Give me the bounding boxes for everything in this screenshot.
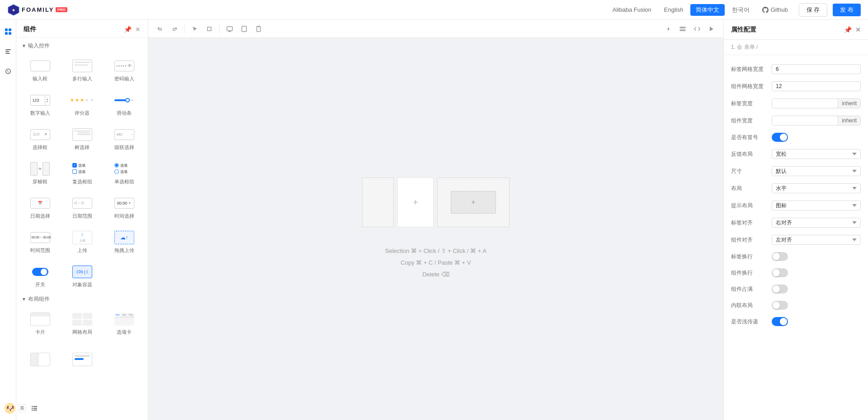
mobile-button[interactable] bbox=[252, 23, 265, 35]
select-button[interactable] bbox=[189, 23, 201, 35]
publish-button[interactable]: 发 布 bbox=[833, 4, 861, 16]
size-select[interactable]: 默认 小 大 bbox=[772, 166, 861, 176]
comp-transfer[interactable]: ⇆ 穿梭框 bbox=[20, 155, 60, 188]
comp-date[interactable]: 📅 日期选择 bbox=[20, 190, 60, 222]
comp-grid-width-input[interactable] bbox=[772, 81, 861, 91]
comp-radio[interactable]: 选项 选项 单选框组 bbox=[104, 155, 144, 188]
comp-cascader[interactable]: ABC › 级联选择 bbox=[104, 121, 144, 154]
nav-korean[interactable]: 한국어 bbox=[726, 4, 755, 16]
mobile-icon bbox=[255, 26, 262, 32]
redo-button[interactable] bbox=[168, 23, 181, 35]
label-grid-width-input[interactable] bbox=[772, 64, 861, 74]
comp-layout-extra2[interactable] bbox=[62, 340, 102, 373]
tip-layout-select[interactable]: 图标 文字 bbox=[772, 201, 861, 210]
comp-tabs[interactable]: Tab Tab Tab 选项卡 bbox=[104, 306, 144, 338]
panel-close-btn[interactable]: ✕ bbox=[135, 26, 141, 33]
inline-layout-toggle[interactable] bbox=[772, 301, 788, 310]
has-colon-track bbox=[772, 133, 788, 142]
components-icon bbox=[5, 28, 12, 35]
props-body: 标签网格宽度 组件网格宽度 标签宽度 inherit bbox=[724, 55, 868, 420]
main-layout: 组件 📌 ✕ ▼ 输入控件 输入框 bbox=[0, 20, 868, 420]
layout-select[interactable]: 水平 垂直 bbox=[772, 183, 861, 193]
comp-object-label: 对象容器 bbox=[72, 282, 92, 288]
section-layout-components[interactable]: ▼ 布局组件 bbox=[16, 291, 148, 306]
prop-label-grid-width-value bbox=[772, 64, 861, 74]
nav-github[interactable]: Github bbox=[757, 5, 793, 15]
label-wrap-toggle[interactable] bbox=[772, 252, 788, 261]
nav-alibaba-fusion[interactable]: Alibaba Fusion bbox=[607, 5, 657, 15]
comp-card[interactable]: 卡片 bbox=[20, 306, 60, 338]
comp-time[interactable]: 00:00 ▼ 时间选择 bbox=[104, 190, 144, 222]
prop-label-grid-width-label: 标签网格宽度 bbox=[731, 65, 772, 73]
comp-tree[interactable]: 树选择 bbox=[62, 121, 102, 154]
preview-settings-button[interactable] bbox=[676, 23, 689, 35]
comp-layout-extra1[interactable] bbox=[20, 340, 60, 373]
comp-password-label: 密码输入 bbox=[114, 76, 134, 82]
label-align-select[interactable]: 右对齐 左对齐 居中 bbox=[772, 218, 861, 228]
comp-width-input[interactable] bbox=[772, 116, 838, 125]
prop-comp-width: 组件宽度 inherit bbox=[724, 112, 868, 129]
nav-english[interactable]: English bbox=[659, 5, 689, 15]
desktop-icon bbox=[226, 26, 233, 32]
panel-pin-btn[interactable]: 📌 bbox=[124, 26, 132, 33]
comp-timerange[interactable]: 00:00 ~ 00:00 时间范围 bbox=[20, 224, 60, 257]
shallow-pass-toggle[interactable] bbox=[772, 317, 788, 326]
label-width-input[interactable] bbox=[772, 99, 838, 108]
divider-shape bbox=[30, 353, 50, 366]
play-button[interactable] bbox=[705, 23, 718, 35]
sidebar-components-btn[interactable] bbox=[2, 25, 14, 38]
grid-cell1 bbox=[72, 313, 82, 319]
has-colon-toggle[interactable] bbox=[772, 133, 788, 142]
comp-wrap-toggle[interactable] bbox=[772, 268, 788, 277]
svg-text:✦: ✦ bbox=[12, 8, 15, 13]
section-input-controls[interactable]: ▼ 输入控件 bbox=[16, 37, 148, 52]
form-cell-add[interactable]: + bbox=[397, 177, 434, 227]
feedback-layout-select[interactable]: 宽松 紧凑 bbox=[772, 149, 861, 159]
save-button[interactable]: 保 存 bbox=[799, 3, 828, 17]
prop-feedback-layout: 反馈布局 宽松 紧凑 bbox=[724, 145, 868, 163]
comp-object[interactable]: {Obj} 对象容器 bbox=[62, 258, 102, 291]
comp-full-toggle[interactable] bbox=[772, 285, 788, 294]
comp-select[interactable]: 选择 ▼ 选择框 bbox=[20, 121, 60, 154]
comp-number[interactable]: 123 ▲ ▼ 数字输入 bbox=[20, 87, 60, 119]
comp-switch[interactable]: 开关 bbox=[20, 258, 60, 291]
comp-slider[interactable]: 滑动条 bbox=[104, 87, 144, 119]
input-shape bbox=[30, 61, 50, 71]
slider-thumb bbox=[125, 98, 130, 103]
section-input-label: 输入控件 bbox=[28, 42, 50, 50]
comp-rate[interactable]: ★ ★ ★ ★ ★ 评分器 bbox=[62, 87, 102, 119]
checkbox-shape: 选项 选项 bbox=[72, 163, 92, 175]
svg-rect-20 bbox=[32, 406, 33, 407]
comp-daterange[interactable]: 日 ~ 日 日期范围 bbox=[62, 190, 102, 222]
comp-checkbox[interactable]: 选项 选项 复选框组 bbox=[62, 155, 102, 188]
comp-upload[interactable]: ↑ 上传 上传 bbox=[62, 224, 102, 257]
comp-input[interactable]: 输入框 bbox=[20, 52, 60, 85]
tablet-button[interactable] bbox=[238, 23, 250, 35]
nav-simplified-chinese[interactable]: 简体中文 bbox=[690, 4, 725, 16]
comp-align-select[interactable]: 左对齐 右对齐 居中 bbox=[772, 235, 861, 245]
sidebar-history-btn[interactable] bbox=[2, 65, 14, 78]
tree-shape bbox=[72, 128, 92, 141]
checkbox-box2 bbox=[72, 169, 77, 174]
comp-dragupload[interactable]: ☁↑ 拖拽上传 bbox=[104, 224, 144, 257]
comp-tree-label: 树选择 bbox=[75, 145, 90, 150]
label-width-composite: inherit bbox=[772, 98, 861, 108]
props-pin-btn[interactable]: 📌 bbox=[844, 26, 852, 33]
undo-button[interactable] bbox=[154, 23, 166, 35]
outline-list-btn[interactable] bbox=[28, 402, 41, 415]
code-button[interactable] bbox=[691, 23, 703, 35]
comp-grid[interactable]: 网格布局 bbox=[62, 306, 102, 338]
prop-comp-grid-width-value bbox=[772, 81, 861, 91]
user-avatar[interactable]: 🐶 bbox=[4, 402, 16, 415]
widget-add-inner[interactable] bbox=[451, 191, 496, 214]
props-close-btn[interactable]: ✕ bbox=[855, 26, 861, 33]
desktop-button[interactable] bbox=[223, 23, 236, 35]
prop-tip-layout-label: 提示布局 bbox=[731, 202, 772, 210]
crop-button[interactable] bbox=[203, 23, 216, 35]
canvas-body[interactable]: + Selection ⌘ + Click / ⇧ + Click / ⌘ + … bbox=[148, 38, 723, 420]
comp-password[interactable]: ••••• 👁 密码输入 bbox=[104, 52, 144, 85]
sidebar-outline-btn[interactable] bbox=[2, 45, 14, 58]
comp-textarea[interactable]: 多行输入 bbox=[62, 52, 102, 85]
comp-slider-label: 滑动条 bbox=[117, 110, 132, 116]
preview-back-button[interactable] bbox=[662, 23, 675, 35]
